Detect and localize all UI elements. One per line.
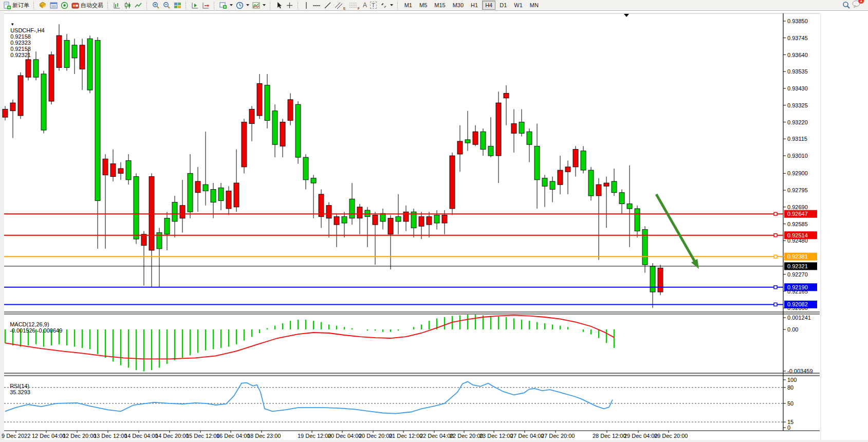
market-watch-button[interactable] — [38, 1, 48, 10]
tile-windows-button[interactable] — [172, 1, 183, 10]
text-label-tool-button[interactable]: T — [368, 1, 378, 10]
level-handle[interactable] — [774, 286, 777, 289]
timeframe-button-m5[interactable]: M5 — [416, 1, 430, 10]
vline-tool-button[interactable] — [302, 1, 311, 10]
candle — [357, 207, 362, 218]
level-handle[interactable] — [774, 303, 777, 306]
macd-axis-tick: 0.001241 — [787, 315, 811, 321]
macd-name: MACD(12,26,9) — [10, 321, 49, 327]
chart-shift-button[interactable] — [200, 1, 211, 10]
new-chart-button[interactable] — [218, 1, 234, 10]
level-price-label: 0.92647 — [787, 211, 808, 217]
notification-badge: 1 — [858, 0, 864, 4]
timeframe-button-m30[interactable]: M30 — [450, 1, 467, 10]
time-axis-label: 19 Dec 12:00 — [298, 433, 331, 439]
price-axis-tick: 0.93535 — [787, 68, 808, 75]
toolbar-separator — [186, 2, 188, 9]
candle — [565, 167, 570, 172]
timeframe-button-d1[interactable]: D1 — [496, 1, 510, 10]
candle — [403, 212, 409, 222]
candle — [103, 159, 108, 175]
candle — [558, 170, 563, 185]
candle — [26, 60, 31, 77]
price-chart[interactable]: 0.938500.937450.936400.935350.934300.933… — [0, 0, 868, 442]
trendline-tool-button[interactable] — [322, 1, 333, 10]
candle — [118, 169, 123, 173]
templates-button[interactable] — [251, 1, 267, 10]
time-axis-label: 27 Dec 04:00 — [510, 433, 544, 439]
rsi-axis-tick: 100 — [787, 377, 797, 383]
time-axis-label: 20 Dec 04:00 — [328, 433, 361, 439]
channel-tool-button[interactable]: E — [333, 1, 347, 10]
timeframe-button-h4[interactable]: H4 — [482, 1, 495, 10]
timeframe-button-m1[interactable]: M1 — [401, 1, 415, 10]
autotrading-button[interactable]: 自动交易 — [70, 1, 105, 10]
time-axis-label: 22 Dec 20:00 — [450, 433, 483, 439]
search-button[interactable] — [841, 1, 852, 10]
channel-tool-letter: E — [343, 7, 346, 10]
candle — [218, 188, 224, 200]
arrows-tool-button[interactable] — [378, 1, 395, 10]
hline-tool-button[interactable] — [311, 1, 322, 10]
rsi-name: RSI(14) — [10, 383, 29, 389]
level-handle[interactable] — [774, 212, 777, 215]
candle — [33, 60, 39, 77]
price-axis-tick: 0.93850 — [787, 18, 808, 24]
arrow-shapes-icon — [380, 2, 387, 9]
price-axis-tick: 0.92270 — [787, 271, 808, 278]
price-axis-tick: 0.93430 — [787, 85, 808, 91]
timeframe-button-h1[interactable]: H1 — [468, 1, 481, 10]
time-axis-label: 29 Dec 20:00 — [654, 433, 688, 439]
zoom-out-button[interactable] — [161, 1, 172, 10]
candle — [635, 209, 640, 231]
notifications-button[interactable]: 1 — [852, 0, 861, 10]
level-price-label: 0.92381 — [787, 253, 808, 260]
timeframe-button-mn[interactable]: MN — [527, 1, 542, 10]
candle — [488, 146, 493, 156]
template-icon — [252, 2, 260, 9]
price-axis-tick: 0.92795 — [787, 187, 808, 193]
candle — [188, 173, 193, 212]
timeframe-button-w1[interactable]: W1 — [511, 1, 526, 10]
candle — [226, 191, 231, 209]
candlestick-type-button[interactable] — [122, 1, 133, 10]
level-handle[interactable] — [774, 234, 777, 237]
tile-windows-icon — [174, 2, 181, 9]
cursor-tool-button[interactable] — [274, 1, 284, 10]
time-axis-label: 29 Dec 04:00 — [624, 433, 657, 439]
candle — [388, 218, 393, 234]
zoom-in-button[interactable] — [151, 1, 161, 10]
chart-dropdown-icon[interactable]: ▼ — [10, 22, 14, 27]
periods-button[interactable] — [234, 1, 251, 10]
candle — [573, 150, 578, 167]
crosshair-tool-button[interactable] — [284, 1, 295, 10]
candle — [457, 141, 463, 154]
timeframe-button-m15[interactable]: M15 — [431, 1, 448, 10]
autotrading-icon — [71, 2, 79, 9]
level-handle[interactable] — [774, 255, 777, 258]
candle — [3, 109, 8, 118]
vertical-line-icon — [303, 2, 309, 9]
candle — [380, 213, 385, 222]
new-order-button[interactable]: 新订单 — [2, 1, 31, 10]
macd-indicator-label: MACD(12,26,9) -0.001526 -0.000649 — [7, 315, 62, 334]
zoom-in-icon — [152, 2, 160, 9]
candle — [427, 217, 432, 225]
rsi-axis-tick: 50 — [787, 400, 793, 407]
time-axis-label: 14 Dec 20:00 — [155, 433, 189, 439]
candle — [527, 132, 532, 144]
data-window-button[interactable] — [48, 1, 59, 10]
time-axis-label: 20 Dec 20:00 — [359, 433, 392, 439]
line-chart-type-button[interactable] — [133, 1, 144, 10]
fibonacci-tool-button[interactable]: F — [347, 1, 361, 10]
candle — [64, 40, 69, 67]
navigator-button[interactable] — [59, 1, 70, 10]
chart-symbol-period: USDCHF-,H4 — [10, 27, 45, 33]
text-tool-button[interactable]: A — [361, 1, 368, 10]
auto-scroll-button[interactable] — [190, 1, 200, 10]
level-price-label: 0.92190 — [787, 284, 808, 290]
candle — [542, 178, 547, 187]
candle — [658, 268, 663, 292]
chart-stage[interactable]: 0.938500.937450.936400.935350.934300.933… — [0, 0, 868, 442]
bar-chart-type-button[interactable] — [112, 1, 122, 10]
